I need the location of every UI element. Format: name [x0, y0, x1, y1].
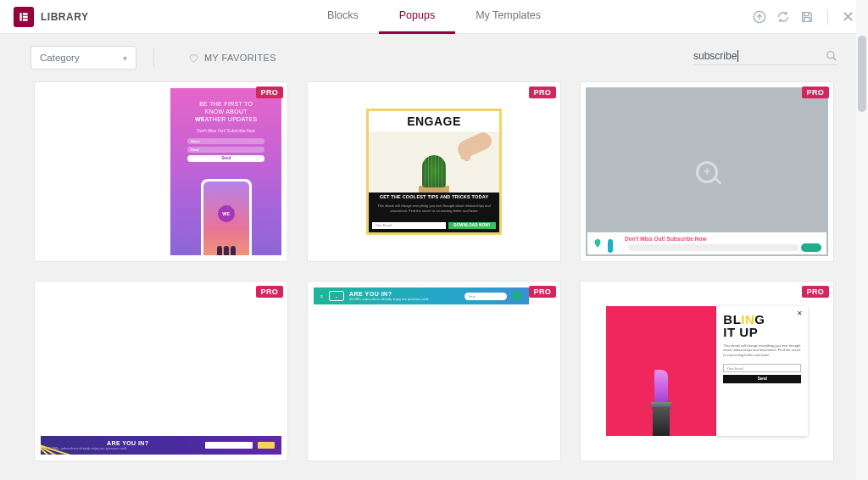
- svg-point-1: [827, 52, 834, 59]
- library-tabs: Blocks Popups My Templates: [307, 0, 561, 34]
- filter-bar: Category ▾ MY FAVORITES subscribe: [0, 34, 868, 81]
- my-favorites-toggle[interactable]: MY FAVORITES: [188, 53, 276, 64]
- category-select[interactable]: Category ▾: [31, 46, 136, 70]
- template-card[interactable]: PRO BE THE FIRST TOKNOW ABOUTWEATHER UPD…: [34, 81, 288, 262]
- scrollbar-thumb[interactable]: [858, 36, 866, 112]
- search-field[interactable]: subscribe: [693, 50, 837, 65]
- pro-badge: PRO: [256, 286, 283, 298]
- save-icon[interactable]: [800, 10, 814, 24]
- pro-badge: PRO: [802, 286, 829, 298]
- import-icon[interactable]: [753, 10, 766, 24]
- pin-icon: [593, 237, 603, 250]
- template-card[interactable]: PRO ✕ BLINGIT UP This ebook will change …: [580, 281, 834, 461]
- magnify-icon[interactable]: +: [696, 161, 718, 183]
- tab-my-templates[interactable]: My Templates: [455, 0, 561, 34]
- header-actions: ✕: [753, 8, 854, 26]
- search-icon: [826, 50, 837, 62]
- template-card-hover[interactable]: PRO + Don't Miss Out! Subscribe Now: [580, 81, 834, 262]
- close-icon: ✕: [797, 310, 803, 317]
- pro-badge: PRO: [256, 87, 283, 98]
- heart-icon: [188, 53, 199, 64]
- template-grid: PRO BE THE FIRST TOKNOW ABOUTWEATHER UPD…: [0, 81, 868, 461]
- favorites-label: MY FAVORITES: [204, 53, 276, 63]
- walker-icon: [608, 234, 620, 253]
- pro-badge: PRO: [529, 286, 556, 298]
- pro-badge: PRO: [802, 87, 829, 98]
- mail-icon: [329, 291, 344, 301]
- category-label: Category: [40, 53, 80, 63]
- library-title: LIBRARY: [41, 11, 88, 23]
- tab-blocks[interactable]: Blocks: [307, 0, 379, 34]
- pro-badge: PRO: [529, 87, 556, 98]
- library-header: LIBRARY Blocks Popups My Templates ✕: [0, 0, 868, 34]
- template-card[interactable]: PRO ≡ ARE YOU IN? 40,000+ subscribers al…: [307, 281, 561, 461]
- template-card[interactable]: PRO ENGAGE GET THE COOLEST TIPS AND TRIC…: [307, 81, 561, 262]
- elementor-logo: [14, 7, 34, 27]
- chevron-down-icon: ▾: [123, 53, 127, 63]
- close-icon[interactable]: ✕: [842, 8, 854, 26]
- template-card[interactable]: PRO ARE YOU IN? 40,000+ subscribers alre…: [34, 281, 288, 461]
- refresh-icon[interactable]: [776, 10, 790, 24]
- search-value: subscribe: [693, 50, 737, 62]
- tab-popups[interactable]: Popups: [379, 0, 455, 34]
